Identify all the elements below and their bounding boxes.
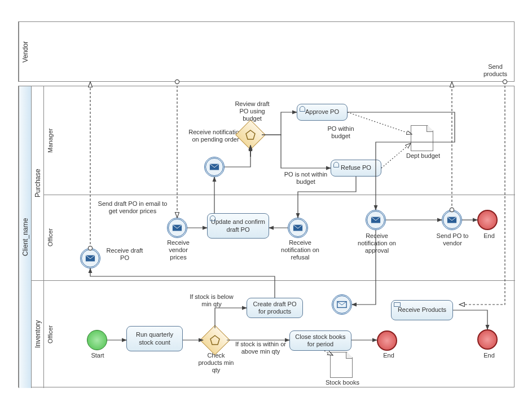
label-send-products: Send products <box>480 63 511 78</box>
lane-purchase-label: Purchase <box>31 86 43 280</box>
label-not-within: PO is not within budget <box>280 171 331 186</box>
task-run-quarterly-label: Run quarterly stock count <box>129 331 180 346</box>
pool-vendor-label: Vendor <box>19 22 31 81</box>
lane-manager-label: Manager <box>43 86 56 195</box>
user-icon <box>300 106 305 112</box>
event-receive-refusal[interactable] <box>288 218 308 238</box>
event-end-officer[interactable] <box>477 210 498 230</box>
task-run-quarterly[interactable]: Run quarterly stock count <box>126 326 183 351</box>
label-end-officer: End <box>481 232 498 240</box>
artifact-stock-books <box>330 352 353 378</box>
label-send-vendor: Send PO to vendor <box>436 232 469 247</box>
svg-marker-7 <box>210 336 219 345</box>
lane-officer-purchase-label: Officer <box>43 195 56 280</box>
user-icon <box>210 215 216 221</box>
label-dept-budget: Dept budget <box>405 152 441 160</box>
label-receive-vendor-prices: Receive vendor prices <box>161 239 195 262</box>
task-receive-products[interactable]: Receive Products <box>391 300 453 320</box>
event-receive-pending[interactable] <box>204 157 225 177</box>
user-icon <box>333 162 339 167</box>
task-refuse-po[interactable]: Refuse PO <box>331 160 381 177</box>
pool-vendor: Vendor <box>18 21 515 82</box>
label-receive-draft-po: Receive draft PO <box>105 247 144 262</box>
task-update-confirm-label: Update and confirm draft PO <box>210 218 266 233</box>
label-end-receive: End <box>481 352 498 359</box>
event-send-po-vendor[interactable] <box>442 210 462 230</box>
event-start[interactable] <box>87 330 107 350</box>
bpmn-diagram: Vendor Send products Client_name Purchas… <box>0 0 532 410</box>
task-close-stock-label: Close stock books for period <box>292 333 349 348</box>
event-receive-draft-po[interactable] <box>80 248 100 268</box>
label-below-min: If stock is below min qty <box>189 293 234 308</box>
task-close-stock[interactable]: Close stock books for period <box>289 330 351 351</box>
task-refuse-label: Refuse PO <box>341 164 371 171</box>
task-create-draft-label: Create draft PO for products <box>249 301 300 315</box>
label-send-draft-prices: Send draft PO in email to get vendor pri… <box>96 200 169 215</box>
artifact-dept-budget <box>411 125 433 151</box>
task-update-confirm[interactable]: Update and confirm draft PO <box>207 213 269 239</box>
label-receive-approval: Receive notification on approval <box>354 232 399 255</box>
event-end-receive[interactable] <box>477 329 498 350</box>
task-approve-label: Approve PO <box>305 108 339 116</box>
label-within-budget: PO within budget <box>321 125 360 140</box>
label-start: Start <box>89 352 106 359</box>
message-icon <box>394 302 401 307</box>
event-end-inventory[interactable] <box>377 330 397 351</box>
task-create-draft-po[interactable]: Create draft PO for products <box>247 298 303 318</box>
event-receive-products-catch[interactable] <box>332 294 352 315</box>
lane-officer-inventory-label: Officer <box>43 280 56 388</box>
event-receive-approval[interactable] <box>366 210 386 230</box>
label-stock-books: Stock books <box>323 379 362 386</box>
label-end-inventory: End <box>380 352 397 359</box>
event-receive-vendor-prices[interactable] <box>167 218 187 238</box>
task-receive-products-label: Receive Products <box>398 306 446 314</box>
lane-inventory-label: Inventory <box>31 280 43 388</box>
task-approve-po[interactable]: Approve PO <box>297 104 348 121</box>
label-within-min: If stock is within or above min qty <box>230 341 292 355</box>
pool-client-label: Client_name <box>19 86 31 388</box>
svg-marker-1 <box>246 130 255 139</box>
label-receive-refusal: Receive notification on refusal <box>280 239 320 262</box>
label-review-budget: Review draft PO using budget <box>230 100 275 123</box>
